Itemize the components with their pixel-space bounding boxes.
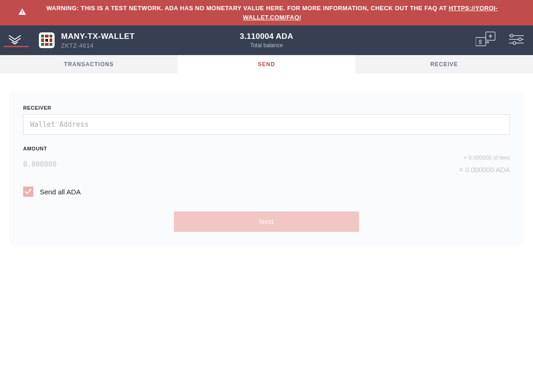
- send-all-label: Send all ADA: [40, 188, 81, 196]
- svg-rect-9: [41, 43, 44, 46]
- next-button[interactable]: Next: [174, 212, 359, 232]
- wallet-avatar: [39, 32, 55, 48]
- total-equals-text: = 0.000000 ADA: [459, 166, 510, 174]
- logo-active-indicator: [4, 46, 29, 47]
- identicon-icon: [40, 34, 53, 47]
- send-form-card: RECEIVER AMOUNT + 0.000000 of fees = 0.0…: [9, 92, 524, 246]
- svg-rect-5: [45, 35, 49, 37]
- balance-amount: 3.110004 ADA: [240, 32, 293, 41]
- svg-rect-11: [45, 43, 49, 46]
- svg-rect-6: [41, 38, 44, 42]
- check-icon: [25, 189, 31, 194]
- fees-text: + 0.000000 of fees: [459, 155, 510, 161]
- send-panel: RECEIVER AMOUNT + 0.000000 of fees = 0.0…: [0, 74, 533, 264]
- wallet-code: ZKTZ-4614: [61, 42, 135, 49]
- svg-point-18: [510, 34, 513, 37]
- balance-label: Total balance: [240, 42, 293, 49]
- wallet-tabs: TRANSACTIONS SEND RECEIVE: [0, 55, 533, 74]
- svg-point-14: [479, 40, 482, 43]
- yoroi-logo-icon: [8, 34, 21, 47]
- settings-icon[interactable]: [509, 34, 524, 47]
- app-header: MANY-TX-WALLET ZKTZ-4614 3.110004 ADA To…: [0, 25, 533, 55]
- svg-rect-0: [22, 10, 23, 12]
- send-all-checkbox[interactable]: [23, 187, 33, 197]
- tab-send[interactable]: SEND: [178, 55, 355, 74]
- svg-rect-7: [50, 38, 52, 42]
- svg-rect-4: [50, 35, 52, 37]
- logo-menu-button[interactable]: [0, 34, 30, 47]
- wallet-name: MANY-TX-WALLET: [61, 32, 135, 41]
- svg-rect-8: [45, 39, 48, 42]
- warning-icon: [19, 8, 26, 18]
- svg-rect-10: [50, 43, 52, 46]
- tab-receive[interactable]: RECEIVE: [355, 55, 533, 74]
- tab-transactions[interactable]: TRANSACTIONS: [0, 55, 178, 74]
- warning-text: WARNING: THIS IS A TEST NETWORK. ADA HAS…: [30, 4, 514, 22]
- amount-input[interactable]: [23, 155, 291, 174]
- svg-point-20: [513, 42, 516, 44]
- svg-rect-12: [476, 37, 486, 46]
- svg-rect-3: [41, 35, 44, 37]
- amount-label: AMOUNT: [23, 146, 291, 151]
- balance-display: 3.110004 ADA Total balance: [240, 32, 293, 49]
- warning-message: WARNING: THIS IS A TEST NETWORK. ADA HAS…: [46, 5, 449, 12]
- wallet-identity[interactable]: MANY-TX-WALLET ZKTZ-4614: [39, 32, 135, 49]
- daedalus-transfer-icon[interactable]: [476, 31, 496, 50]
- receiver-input[interactable]: [23, 114, 510, 135]
- svg-point-19: [519, 38, 521, 41]
- svg-rect-1: [22, 13, 23, 14]
- test-network-warning-banner: WARNING: THIS IS A TEST NETWORK. ADA HAS…: [0, 0, 533, 25]
- receiver-label: RECEIVER: [23, 105, 510, 111]
